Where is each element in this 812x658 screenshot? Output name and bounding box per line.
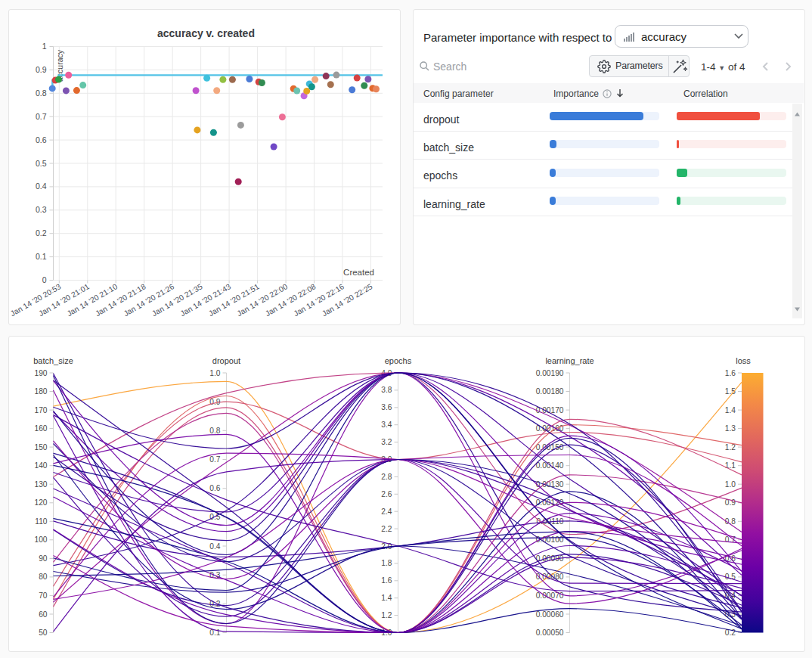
- svg-text:60: 60: [39, 610, 48, 619]
- svg-text:1.6: 1.6: [725, 369, 736, 377]
- svg-text:batch_size: batch_size: [33, 356, 73, 365]
- svg-text:0.5: 0.5: [36, 159, 47, 168]
- svg-text:1.6: 1.6: [381, 576, 392, 585]
- svg-text:learning_rate: learning_rate: [545, 356, 594, 365]
- svg-text:100: 100: [35, 535, 48, 544]
- svg-text:0.7: 0.7: [209, 455, 220, 464]
- svg-text:dropout: dropout: [212, 356, 240, 365]
- svg-text:3.8: 3.8: [381, 386, 392, 394]
- svg-text:0.8: 0.8: [36, 88, 47, 98]
- svg-text:0.6: 0.6: [36, 135, 47, 144]
- svg-text:Created: Created: [343, 268, 374, 277]
- svg-text:1.4: 1.4: [725, 406, 736, 414]
- svg-text:1.3: 1.3: [725, 424, 736, 433]
- svg-text:140: 140: [35, 461, 48, 470]
- svg-text:accuracy v. created: accuracy v. created: [157, 27, 255, 39]
- svg-text:190: 190: [35, 369, 48, 377]
- svg-text:3.2: 3.2: [381, 438, 392, 446]
- svg-text:2.6: 2.6: [381, 490, 392, 498]
- svg-text:0.7: 0.7: [36, 112, 47, 121]
- svg-text:1.0: 1.0: [209, 369, 220, 377]
- svg-text:160: 160: [35, 424, 48, 433]
- svg-text:0.1: 0.1: [36, 252, 47, 261]
- svg-text:3.6: 3.6: [381, 403, 392, 411]
- svg-text:1: 1: [42, 42, 47, 51]
- svg-text:2.8: 2.8: [381, 473, 392, 481]
- svg-text:epochs: epochs: [385, 356, 412, 365]
- svg-text:1.1: 1.1: [725, 461, 736, 470]
- svg-text:180: 180: [35, 387, 48, 396]
- svg-text:1.4: 1.4: [381, 594, 392, 602]
- svg-text:0.2: 0.2: [36, 228, 47, 237]
- svg-text:130: 130: [35, 480, 48, 489]
- svg-text:1.2: 1.2: [381, 611, 392, 619]
- svg-text:110: 110: [35, 517, 48, 526]
- svg-text:80: 80: [39, 573, 48, 581]
- svg-text:Jan 14 '20 22:25: Jan 14 '20 22:25: [321, 282, 374, 318]
- svg-text:0.00060: 0.00060: [536, 610, 564, 619]
- svg-text:loss: loss: [736, 356, 751, 365]
- svg-text:70: 70: [39, 591, 48, 600]
- svg-text:90: 90: [39, 554, 48, 563]
- svg-text:0.00050: 0.00050: [536, 629, 564, 637]
- svg-text:0.8: 0.8: [209, 427, 220, 435]
- svg-text:0.6: 0.6: [209, 484, 220, 492]
- svg-text:0.9: 0.9: [36, 65, 47, 74]
- svg-text:0.00140: 0.00140: [536, 461, 564, 470]
- svg-text:150: 150: [35, 443, 48, 452]
- svg-text:170: 170: [35, 406, 48, 414]
- svg-text:120: 120: [35, 498, 48, 507]
- svg-text:2.2: 2.2: [381, 525, 392, 533]
- svg-text:50: 50: [39, 629, 48, 637]
- svg-text:2.4: 2.4: [381, 507, 392, 516]
- svg-text:1.8: 1.8: [381, 559, 392, 567]
- svg-text:0.3: 0.3: [36, 205, 47, 214]
- svg-text:0.00190: 0.00190: [536, 369, 564, 377]
- svg-text:3.4: 3.4: [381, 421, 392, 429]
- svg-text:0.4: 0.4: [209, 542, 220, 551]
- svg-text:0.9: 0.9: [209, 398, 220, 406]
- svg-text:0: 0: [42, 275, 47, 284]
- svg-text:0.00180: 0.00180: [536, 387, 564, 396]
- svg-text:0.4: 0.4: [36, 182, 47, 191]
- svg-text:1.0: 1.0: [725, 480, 736, 489]
